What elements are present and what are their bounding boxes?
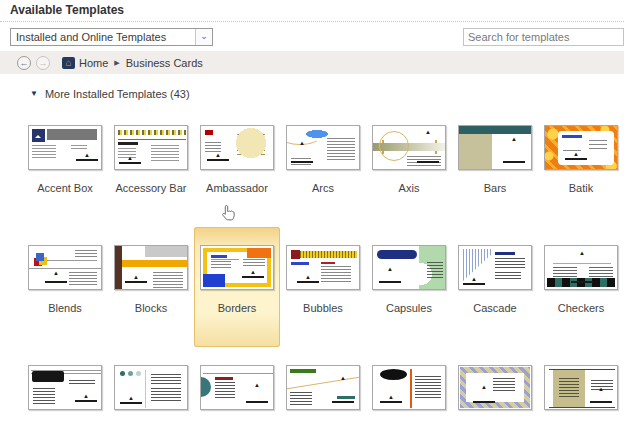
- template-thumbnail: [458, 125, 532, 170]
- thumbnail-decor: [203, 274, 225, 287]
- template-thumbnail: [114, 245, 188, 290]
- back-button[interactable]: ←: [17, 56, 31, 70]
- template-tile-arcs[interactable]: Arcs: [280, 107, 366, 227]
- available-templates-page: { "page": { "title": "Available Template…: [0, 0, 624, 422]
- home-icon: ⌂: [62, 57, 75, 69]
- controls-row: Installed and Online Templates ⌄: [0, 28, 624, 46]
- template-thumbnail: [286, 125, 360, 170]
- template-tile-blends[interactable]: Blends: [22, 227, 108, 347]
- template-tile-checkers[interactable]: Checkers: [538, 227, 624, 347]
- chevron-down-icon[interactable]: ⌄: [195, 29, 212, 45]
- template-thumbnail: [286, 365, 360, 410]
- thumbnail-decor: [463, 249, 491, 281]
- template-filter-dropdown[interactable]: Installed and Online Templates ⌄: [10, 28, 213, 46]
- template-thumbnail: [114, 125, 188, 170]
- template-tile-eclipse[interactable]: Eclipse: [194, 347, 280, 422]
- template-thumbnail: [28, 365, 102, 410]
- breadcrumb-current[interactable]: Business Cards: [126, 57, 203, 69]
- thumbnail-decor: [300, 251, 357, 258]
- thumbnail-decor: [247, 248, 271, 258]
- thumbnail-decor: [286, 376, 360, 390]
- thumbnail-decor: [419, 246, 445, 290]
- template-name: Accent Box: [37, 183, 93, 194]
- thumbnail-decor: [466, 373, 524, 402]
- template-thumbnail: [114, 365, 188, 410]
- thumbnail-decor: [380, 369, 407, 380]
- template-name: Capsules: [386, 303, 432, 314]
- template-thumbnail: [200, 245, 274, 290]
- template-tile-bars[interactable]: Bars: [452, 107, 538, 227]
- breadcrumb-home[interactable]: Home: [79, 57, 108, 69]
- template-tile-crossed-lines[interactable]: Crossed Lines: [22, 347, 108, 422]
- thumbnail-decor: [553, 370, 585, 407]
- thumbnail-decor: [120, 371, 125, 376]
- collapse-triangle-icon[interactable]: ▼: [30, 89, 38, 98]
- thumbnail-decor: [377, 250, 417, 259]
- section-label: More Installed Templates (43): [45, 88, 190, 100]
- template-name: Bubbles: [303, 303, 343, 314]
- page-header: Available Templates: [0, 0, 624, 22]
- template-name: Blocks: [135, 303, 167, 314]
- thumbnail-decor: [200, 377, 211, 397]
- page-title: Available Templates: [10, 3, 614, 17]
- template-tile-floating-oval[interactable]: Floating Oval: [366, 347, 452, 422]
- template-tile-garden[interactable]: Garden: [452, 347, 538, 422]
- template-tile-bubbles[interactable]: Bubbles: [280, 227, 366, 347]
- template-tile-blocks[interactable]: Blocks: [108, 227, 194, 347]
- thumbnail-decor: [547, 278, 615, 287]
- section-header[interactable]: ▼ More Installed Templates (43): [30, 87, 624, 100]
- template-name: Ambassador: [206, 183, 268, 194]
- template-name: Batik: [569, 183, 593, 194]
- template-tile-cascade[interactable]: Cascade: [452, 227, 538, 347]
- template-name: Bars: [484, 183, 507, 194]
- template-thumbnail: [200, 125, 274, 170]
- template-thumbnail: [28, 125, 102, 170]
- template-thumbnail: [458, 365, 532, 410]
- template-tile-accent-box[interactable]: Accent Box: [22, 107, 108, 227]
- template-tile-echo[interactable]: Echo: [108, 347, 194, 422]
- template-tile-accessory-bar[interactable]: Accessory Bar: [108, 107, 194, 227]
- template-thumbnail: [200, 365, 274, 410]
- breadcrumb: ← → ⌂ Home ▶ Business Cards: [0, 51, 624, 74]
- template-thumbnail: [544, 245, 618, 290]
- thumbnail-decor: [35, 132, 41, 138]
- template-thumbnail: [286, 245, 360, 290]
- thumbnail-decor: [562, 135, 582, 138]
- template-name: Checkers: [558, 303, 604, 314]
- template-tile-ambassador[interactable]: Ambassador: [194, 107, 280, 227]
- template-thumbnail: [372, 125, 446, 170]
- template-name: Axis: [399, 183, 420, 194]
- template-tile-capsules[interactable]: Capsules: [366, 227, 452, 347]
- template-thumbnail: [544, 125, 618, 170]
- template-name: Arcs: [312, 183, 334, 194]
- template-thumbnail: [544, 365, 618, 410]
- template-thumbnail: [372, 245, 446, 290]
- template-name: Blends: [48, 303, 82, 314]
- template-grid: Accent BoxAccessory BarAmbassadorArcsAxi…: [22, 107, 624, 422]
- thumbnail-decor: [410, 369, 412, 408]
- template-tile-borders[interactable]: Borders: [194, 227, 280, 347]
- template-tile-axis[interactable]: Axis: [366, 107, 452, 227]
- thumbnail-decor: [291, 250, 300, 259]
- template-thumbnail: [28, 245, 102, 290]
- template-filter-value: Installed and Online Templates: [11, 31, 195, 43]
- template-name: Accessory Bar: [116, 183, 187, 194]
- thumbnail-decor: [32, 371, 64, 382]
- thumbnail-decor: [379, 131, 409, 161]
- template-thumbnail: [372, 365, 446, 410]
- hand-cursor-icon: [219, 204, 237, 226]
- template-tile-layers[interactable]: Layers: [538, 347, 624, 422]
- template-tile-edge[interactable]: Edge: [280, 347, 366, 422]
- breadcrumb-separator-icon: ▶: [114, 59, 119, 67]
- forward-button[interactable]: →: [36, 56, 50, 70]
- template-name: Borders: [218, 303, 257, 314]
- template-tile-batik[interactable]: Batik: [538, 107, 624, 227]
- template-name: Cascade: [473, 303, 516, 314]
- thumbnail-decor: [286, 127, 321, 145]
- template-thumbnail: [458, 245, 532, 290]
- search-input[interactable]: [463, 28, 624, 46]
- thumbnail-decor: [36, 253, 44, 261]
